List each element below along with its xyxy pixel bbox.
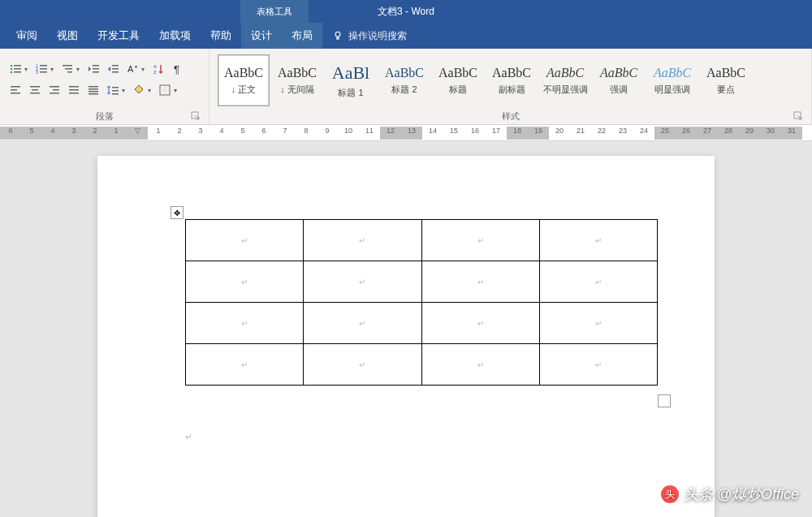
svg-text:3: 3 [36, 70, 38, 75]
document-area[interactable]: ✥ ↵↵↵↵↵↵↵↵↵↵↵↵↵↵↵↵ ↵ [0, 141, 812, 517]
svg-rect-2 [14, 65, 21, 67]
svg-rect-31 [30, 93, 40, 94]
group-styles: AaBbC↓ 正文AaBbC↓ 无间隔AaBl标题 1AaBbC标题 2AaBb… [209, 49, 812, 124]
contextual-tab-table-tools: 表格工具 [240, 0, 309, 23]
table-cell[interactable]: ↵ [186, 303, 304, 344]
align-left-button[interactable] [6, 81, 24, 99]
style-item-2[interactable]: AaBl标题 1 [325, 54, 377, 106]
table-cell[interactable]: ↵ [421, 261, 539, 303]
svg-rect-38 [89, 86, 98, 88]
style-item-9[interactable]: AaBbC要点 [700, 54, 752, 106]
borders-button[interactable]: ▾ [156, 81, 180, 99]
line-spacing-button[interactable]: ▾ [104, 81, 128, 99]
svg-rect-19 [112, 65, 119, 67]
svg-rect-13 [63, 65, 72, 67]
tab-developer[interactable]: 开发工具 [88, 23, 149, 49]
svg-rect-14 [65, 68, 72, 70]
svg-point-3 [11, 68, 13, 71]
svg-rect-34 [50, 93, 59, 94]
svg-rect-32 [50, 86, 59, 88]
ribbon-tabs: 审阅 视图 开发工具 加载项 帮助 设计 布局 操作说明搜索 [0, 23, 812, 49]
svg-rect-4 [14, 68, 21, 70]
group-paragraph: ▾ 123▾ ▾ A▾ AZ ¶ ▾ ▾ ▾ [0, 49, 209, 124]
ribbon-body: ▾ 123▾ ▾ A▾ AZ ¶ ▾ ▾ ▾ [0, 49, 812, 125]
show-marks-button[interactable]: ¶ [169, 60, 187, 78]
svg-rect-44 [112, 93, 119, 95]
table-cell[interactable]: ↵ [539, 261, 657, 303]
table-cell[interactable]: ↵ [421, 303, 539, 344]
svg-rect-21 [112, 71, 119, 73]
style-item-3[interactable]: AaBbC标题 2 [378, 54, 430, 106]
document-table[interactable]: ↵↵↵↵↵↵↵↵↵↵↵↵↵↵↵↵ [185, 219, 658, 386]
svg-rect-17 [93, 68, 99, 70]
svg-rect-26 [11, 86, 20, 88]
svg-rect-42 [112, 87, 119, 88]
style-item-8[interactable]: AaBbC明显强调 [646, 54, 698, 106]
tab-view[interactable]: 视图 [47, 23, 88, 49]
align-center-button[interactable] [26, 81, 44, 99]
svg-text:¶: ¶ [174, 63, 179, 75]
svg-rect-6 [14, 71, 21, 73]
svg-rect-15 [67, 71, 72, 73]
table-cell[interactable]: ↵ [539, 344, 657, 386]
style-item-6[interactable]: AaBbC不明显强调 [539, 54, 591, 106]
shading-button[interactable]: ▾ [130, 81, 154, 99]
styles-gallery[interactable]: AaBbC↓ 正文AaBbC↓ 无间隔AaBl标题 1AaBbC标题 2AaBb… [216, 53, 754, 108]
svg-point-5 [11, 71, 13, 74]
table-cell[interactable]: ↵ [539, 220, 657, 261]
svg-text:A: A [153, 64, 157, 69]
style-item-4[interactable]: AaBbC标题 [432, 54, 484, 106]
table-cell[interactable]: ↵ [421, 344, 539, 386]
toutiao-logo-icon: 头 [661, 485, 679, 503]
paragraph-mark: ↵ [185, 432, 192, 442]
tab-help[interactable]: 帮助 [201, 23, 241, 49]
svg-rect-30 [32, 89, 38, 91]
bullets-button[interactable]: ▾ [6, 60, 31, 78]
horizontal-ruler[interactable]: 654321▽123456789101112131415161718192021… [0, 125, 812, 141]
svg-rect-18 [93, 71, 99, 73]
table-cell[interactable]: ↵ [304, 261, 421, 303]
page: ✥ ↵↵↵↵↵↵↵↵↵↵↵↵↵↵↵↵ ↵ [97, 156, 715, 517]
svg-point-1 [11, 65, 13, 67]
style-item-1[interactable]: AaBbC↓ 无间隔 [271, 54, 323, 106]
svg-rect-35 [69, 86, 79, 88]
distribute-button[interactable] [84, 81, 102, 99]
sort-button[interactable]: AZ [149, 60, 167, 78]
tab-addins[interactable]: 加载项 [149, 23, 201, 49]
table-cell[interactable]: ↵ [539, 303, 657, 344]
svg-rect-10 [40, 68, 47, 70]
table-cell[interactable]: ↵ [304, 344, 421, 386]
increase-indent-button[interactable] [104, 60, 122, 78]
asian-layout-button[interactable]: A▾ [123, 60, 148, 78]
svg-rect-27 [11, 89, 17, 91]
align-right-button[interactable] [45, 81, 63, 99]
tab-design[interactable]: 设计 [241, 23, 282, 49]
title-bar: 表格工具 文档3 - Word [0, 0, 812, 23]
table-cell[interactable]: ↵ [186, 344, 304, 386]
lightbulb-icon [332, 30, 343, 41]
svg-rect-16 [93, 65, 99, 67]
table-resize-handle[interactable] [658, 394, 671, 407]
table-cell[interactable]: ↵ [304, 220, 421, 261]
tab-layout[interactable]: 布局 [282, 23, 322, 49]
table-move-handle[interactable]: ✥ [171, 206, 184, 219]
style-item-7[interactable]: AaBbC强调 [593, 54, 645, 106]
tell-me-search[interactable]: 操作说明搜索 [332, 29, 407, 43]
justify-button[interactable] [65, 81, 83, 99]
svg-rect-20 [112, 68, 119, 70]
paragraph-dialog-launcher[interactable] [191, 111, 202, 123]
table-cell[interactable]: ↵ [421, 220, 539, 261]
table-cell[interactable]: ↵ [186, 261, 304, 303]
svg-point-0 [335, 32, 340, 37]
multilevel-list-button[interactable]: ▾ [58, 60, 83, 78]
numbering-button[interactable]: 123▾ [32, 60, 57, 78]
style-item-0[interactable]: AaBbC↓ 正文 [218, 54, 270, 106]
svg-rect-43 [112, 90, 119, 92]
table-cell[interactable]: ↵ [304, 303, 421, 344]
style-item-5[interactable]: AaBbC副标题 [486, 54, 538, 106]
watermark: 头 头条 @爆炒Office [661, 485, 799, 504]
table-cell[interactable]: ↵ [186, 220, 304, 261]
decrease-indent-button[interactable] [84, 60, 102, 78]
tab-review[interactable]: 审阅 [6, 23, 47, 49]
styles-dialog-launcher[interactable] [793, 111, 805, 123]
